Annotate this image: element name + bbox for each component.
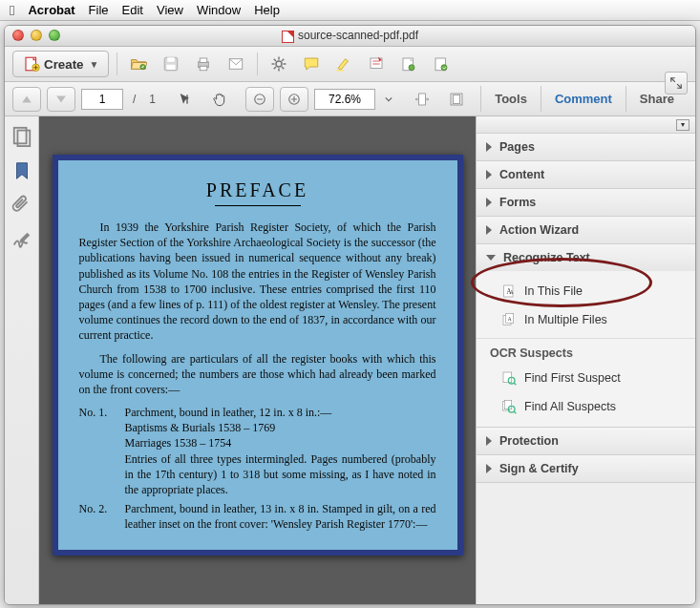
svg-text:A: A (508, 316, 512, 322)
accordion-forms[interactable]: Forms (477, 189, 695, 216)
svg-point-16 (441, 65, 447, 71)
minimize-button[interactable] (31, 30, 42, 41)
close-button[interactable] (12, 30, 24, 41)
zoom-dropdown[interactable] (381, 87, 396, 112)
page-separator: / (133, 93, 136, 106)
speech-bubble-icon (303, 55, 320, 73)
panel-options-button[interactable]: ▾ (676, 119, 689, 131)
svg-point-14 (409, 65, 414, 71)
window-title: source-scanned-pdf.pdf (282, 29, 418, 42)
signatures-icon[interactable] (11, 229, 32, 250)
apple-menu[interactable]:  (10, 2, 14, 18)
in-this-file-item[interactable]: AA In This File (477, 277, 695, 305)
accordion-content[interactable]: Content (477, 161, 695, 188)
tools-pane-tabs: Tools Comment Share (480, 86, 688, 112)
acrobat-window: source-scanned-pdf.pdf Create ▼ / 1 (4, 25, 696, 605)
doc-no2-text: Parchment, bound in leather, 13 in. x 8 … (125, 501, 436, 532)
zoom-button[interactable] (49, 30, 60, 41)
envelope-icon (227, 55, 244, 73)
doc-para-2: The following are particulars of all the… (79, 351, 436, 398)
page-total: 1 (149, 93, 156, 106)
bookmarks-icon[interactable] (11, 160, 32, 181)
pdf-icon (282, 31, 294, 43)
attach-file-icon (400, 55, 417, 73)
tools-accordion: Pages Content Forms Action Wizard Recogn… (477, 134, 695, 483)
find-all-suspects-item[interactable]: Find All Suspects (477, 392, 695, 421)
find-first-suspect-item[interactable]: Find First Suspect (477, 364, 695, 392)
reading-mode-button[interactable] (665, 72, 688, 94)
save-button[interactable] (158, 51, 184, 77)
document-view[interactable]: PREFACE In 1939 the Yorkshire Parish Reg… (39, 116, 476, 604)
accordion-action-wizard[interactable]: Action Wizard (477, 217, 695, 243)
svg-rect-20 (419, 94, 426, 105)
find-all-icon (501, 399, 517, 414)
fit-width-button[interactable] (408, 87, 436, 112)
attach-button[interactable] (395, 51, 422, 77)
panel-options-strip: ▾ (477, 116, 695, 134)
titlebar: source-scanned-pdf.pdf (5, 26, 695, 47)
create-pdf-icon (23, 55, 40, 73)
traffic-lights (12, 30, 60, 41)
svg-rect-17 (186, 94, 187, 103)
svg-rect-4 (168, 57, 176, 62)
selection-tool-button[interactable] (171, 87, 200, 112)
highlighter-icon (335, 55, 352, 73)
dropdown-caret-icon: ▼ (90, 59, 99, 70)
menu-file[interactable]: File (89, 3, 109, 17)
svg-rect-8 (201, 66, 208, 71)
page-thumbnails-icon[interactable] (11, 126, 32, 147)
zoom-out-button[interactable] (245, 87, 274, 112)
tab-comment[interactable]: Comment (541, 86, 626, 112)
page-up-button[interactable] (12, 87, 41, 112)
in-multiple-files-item[interactable]: A In Multiple Files (477, 305, 695, 334)
svg-rect-11 (337, 70, 345, 72)
printer-icon (195, 55, 212, 73)
sticky-note-button[interactable] (298, 51, 325, 77)
menu-window[interactable]: Window (197, 3, 241, 17)
mac-menubar:  Acrobat File Edit View Window Help (0, 0, 700, 21)
hand-tool-button[interactable] (205, 87, 234, 112)
attachments-icon[interactable] (11, 195, 32, 216)
pdf-page: PREFACE In 1939 the Yorkshire Parish Reg… (53, 155, 463, 556)
menu-view[interactable]: View (157, 3, 183, 17)
doc-no2-label: No. 2. (79, 501, 125, 532)
text-file-icon: AA (501, 283, 517, 299)
save-icon (162, 55, 180, 73)
zoom-in-button[interactable] (280, 87, 308, 112)
folder-open-icon (130, 55, 147, 73)
svg-point-10 (276, 61, 282, 67)
share-file-button[interactable] (428, 51, 455, 77)
navigation-pane (5, 116, 39, 604)
doc-heading: PREFACE (79, 178, 436, 203)
tools-panel: ▾ Pages Content Forms Action Wizard Reco… (476, 116, 695, 604)
doc-no1-text: Parchment, bound in leather, 12 in. x 8 … (125, 405, 436, 497)
ocr-suspects-header: OCR Suspects (477, 338, 695, 364)
navigation-toolbar: / 1 Tools Comment Share (5, 82, 695, 116)
page-down-button[interactable] (47, 87, 75, 112)
email-button[interactable] (223, 51, 249, 77)
main-toolbar: Create ▼ (5, 47, 695, 82)
zoom-input[interactable] (314, 89, 375, 110)
create-button[interactable]: Create ▼ (12, 51, 109, 77)
accordion-sign-certify[interactable]: Sign & Certify (477, 455, 695, 482)
settings-button[interactable] (265, 51, 292, 77)
menu-help[interactable]: Help (254, 3, 280, 17)
accordion-pages[interactable]: Pages (477, 134, 695, 160)
menu-edit[interactable]: Edit (122, 3, 143, 17)
highlight-button[interactable] (330, 51, 357, 77)
app-name[interactable]: Acrobat (28, 3, 74, 17)
svg-rect-7 (201, 58, 208, 63)
heading-rule (215, 205, 301, 206)
open-button[interactable] (125, 51, 152, 77)
page-number-input[interactable] (81, 89, 123, 110)
tab-tools[interactable]: Tools (480, 86, 541, 112)
accordion-protection[interactable]: Protection (477, 428, 695, 454)
accordion-recognize-text[interactable]: Recognize Text (477, 244, 695, 271)
fit-page-button[interactable] (442, 87, 471, 112)
svg-rect-5 (167, 65, 176, 70)
stamp-button[interactable] (363, 51, 390, 77)
doc-para-1: In 1939 the Yorkshire Parish Register So… (79, 220, 436, 344)
print-button[interactable] (190, 51, 217, 77)
multiple-files-icon: A (501, 312, 517, 327)
svg-text:A: A (510, 289, 514, 295)
